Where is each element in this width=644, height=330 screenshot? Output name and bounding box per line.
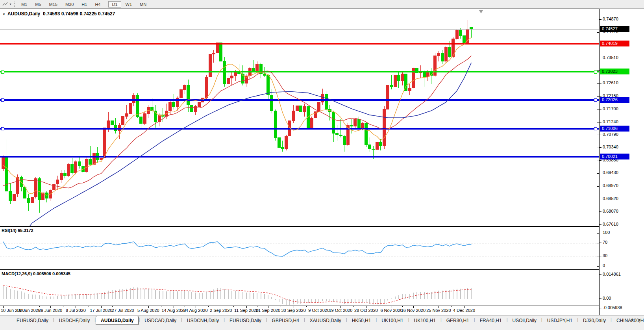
chart-tab-usdchf-daily[interactable]: USDCHF,Daily [54, 316, 95, 324]
line-drag-handle[interactable] [594, 128, 597, 130]
date-minor-tick [208, 306, 209, 307]
rsi-tick-label: 100 [603, 230, 610, 235]
chart-tab-usdcnh-daily[interactable]: USDCNH,Daily [182, 316, 224, 324]
rsi-panel-label: RSI(14) 65.3172 [2, 228, 33, 233]
candles [2, 20, 473, 214]
date-minor-tick [402, 306, 403, 307]
macd-panel-label: MACD(12,26,9) 0.005506 0.005345 [2, 271, 70, 276]
date-minor-tick [233, 306, 234, 307]
axis-tick [600, 147, 601, 148]
date-minor-tick [353, 306, 354, 307]
date-minor-tick [379, 306, 379, 307]
chevron-down-icon: ▼ [9, 3, 12, 6]
tab-scroll-right-button[interactable]: ► [637, 317, 642, 322]
chart-tab-eurusd-daily[interactable]: EURUSD,Daily [12, 316, 53, 324]
axis-tick [600, 199, 601, 199]
price-tick-label: 0.69430 [603, 170, 618, 175]
timeframe-button-m15[interactable]: M15 [46, 1, 61, 7]
macd-tick-label: -0.005938 [603, 305, 622, 310]
chart-tab-dj30-daily[interactable]: DJ30,Daily [578, 316, 611, 324]
price-tick-label: 0.70790 [603, 132, 618, 137]
timeframe-button-d1[interactable]: D1 [108, 1, 121, 7]
chart-ohlc-values: 0.74593 0.74596 0.74225 0.74527 [43, 11, 115, 17]
date-minor-tick [136, 306, 136, 307]
axis-tick [600, 122, 601, 122]
chart-tab-usdjpy-h1[interactable]: USDJPY,H1 [542, 316, 577, 324]
axis-tick [600, 135, 601, 135]
timeframe-button-h4[interactable]: H4 [91, 1, 104, 7]
chart-tab-ger30-h1[interactable]: GER30,H1 [442, 316, 474, 324]
timeframe-button-m30[interactable]: M30 [62, 1, 77, 7]
axis-tick [600, 211, 601, 212]
chart-title: ▼AUDUSD,Daily 0.74593 0.74596 0.74225 0.… [2, 11, 115, 17]
timeframe-button-mn[interactable]: MN [136, 1, 150, 7]
line-chart-icon [2, 2, 8, 7]
chart-shift-marker-icon[interactable] [479, 10, 483, 13]
date-minor-tick [89, 306, 89, 307]
date-minor-tick [185, 306, 185, 307]
date-minor-tick [39, 306, 40, 307]
line-drag-handle[interactable] [594, 70, 597, 73]
chart-tab-usdcad-daily[interactable]: USDCAD,Daily [140, 316, 181, 324]
axis-tick [600, 298, 601, 299]
timeframe-button-h1[interactable]: H1 [78, 1, 91, 7]
axis-tick [600, 83, 601, 83]
axis-tick [600, 256, 601, 256]
toolbar-separator [106, 2, 106, 7]
chart-tab-uk100-h1[interactable]: UK100,H1 [409, 316, 440, 324]
chart-tab-bar: EURUSD,Daily|USDCHF,Daily|AUDUSD,Daily|U… [0, 315, 644, 330]
axis-tick [600, 224, 601, 225]
date-minor-tick [452, 306, 452, 307]
date-minor-tick [306, 306, 307, 307]
chart-tab-eurusd-daily[interactable]: EURUSD,Daily [225, 316, 266, 324]
timeframe-button-w1[interactable]: W1 [122, 1, 136, 7]
price-tick-label: 0.74870 [603, 17, 618, 21]
line-drag-handle[interactable] [1, 70, 4, 73]
rsi-tick-label: 0 [603, 263, 605, 268]
price-chart-canvas[interactable] [0, 9, 599, 226]
collapse-triangle-icon[interactable]: ▼ [2, 13, 6, 16]
price-tick-label: 0.72610 [603, 80, 618, 85]
axis-tick [600, 186, 601, 186]
line-drag-handle[interactable] [1, 128, 4, 130]
price-badge: 0.74019 [600, 41, 629, 46]
price-tick-label: 0.68070 [603, 209, 618, 213]
timeframe-toolbar: ▼ M1M5M15M30H1H4D1W1MN [0, 0, 644, 9]
line-drag-handle[interactable] [1, 99, 4, 102]
chart-tab-audusd-daily[interactable]: AUDUSD,Daily [96, 316, 139, 325]
chart-tab-fra40-h1[interactable]: FRA40,H1 [475, 316, 507, 324]
date-axis[interactable]: 10 Jun 202019 Jun 202029 Jun 20208 Jul 2… [0, 306, 599, 315]
price-badge: 0.74527 [600, 26, 629, 32]
macd-tick-label: 0.014861 [603, 272, 621, 276]
rsi-current-value: 65.3172 [18, 228, 33, 233]
chart-tab-gbpusd-h4[interactable]: GBPUSD,H4 [267, 316, 304, 324]
rsi-tick-label: 30 [603, 253, 607, 258]
rsi-panel-canvas[interactable] [0, 226, 599, 270]
price-tick-label: 0.68520 [603, 196, 618, 201]
price-axis[interactable]: 0.748700.744200.739700.735100.730600.726… [599, 9, 644, 315]
price-tick-label: 0.71700 [603, 106, 618, 111]
rsi-tick-label: 70 [603, 240, 607, 245]
axis-tick [600, 274, 601, 275]
tab-scroll-arrows: ◄ ► [629, 317, 642, 322]
macd-current-values: 0.005506 0.005345 [33, 271, 70, 276]
chart-tab-uk100-h1[interactable]: UK100,H1 [377, 316, 408, 324]
tab-scroll-left-button[interactable]: ◄ [629, 317, 634, 322]
price-tick-label: 0.67610 [603, 222, 618, 226]
axis-tick [600, 308, 601, 308]
timeframe-button-m1[interactable]: M1 [18, 1, 31, 7]
date-minor-tick [16, 306, 16, 307]
price-tick-label: 0.68970 [603, 183, 618, 188]
axis-tick [600, 173, 601, 173]
macd-panel-canvas[interactable] [0, 270, 599, 306]
macd-tick-label: 0.00 [603, 296, 611, 300]
date-minor-tick [161, 306, 161, 307]
chart-tab-usoil-daily[interactable]: USOil,Daily [508, 316, 541, 324]
chart-tab-xauusd-daily[interactable]: XAUUSD,Daily [305, 316, 346, 324]
chart-tool-dropdown-button[interactable]: ▼ [0, 2, 13, 7]
timeframe-button-m5[interactable]: M5 [31, 1, 44, 7]
line-drag-handle[interactable] [594, 99, 597, 102]
price-tick-label: 0.73510 [603, 55, 618, 60]
toolbar-grip[interactable] [14, 2, 15, 7]
chart-tab-hk50-h1[interactable]: HK50,H1 [347, 316, 376, 324]
